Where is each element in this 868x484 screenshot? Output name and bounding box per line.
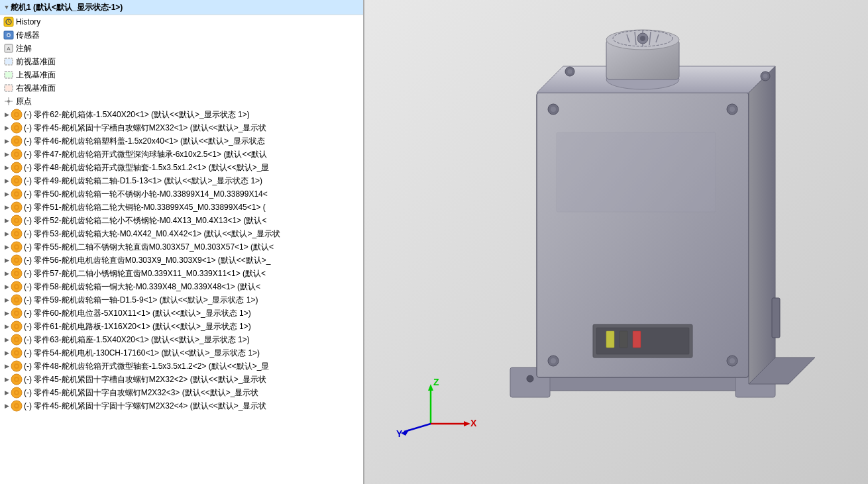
svg-point-20 (15, 113, 18, 116)
part-45-icon (11, 122, 23, 134)
part-46-icon (11, 135, 23, 147)
part-item-57[interactable]: ▶ (-) 零件57-舵机二轴小锈钢轮直齿M0.339X11_M0.339X11… (0, 267, 363, 280)
svg-point-107 (640, 36, 645, 41)
part-57-icon (11, 267, 23, 279)
part-item-49[interactable]: ▶ (-) 零件49-舵机齿轮箱二轴-D1.5-13<1> (默认<<默认>_显… (0, 174, 363, 187)
part-59-icon (11, 294, 23, 306)
annotation-label: 注解 (16, 42, 362, 54)
part-60-label: (-) 零件60-舵机电位器-5X10X11<1> (默认<<默认>_显示状态 … (24, 307, 362, 319)
top-plane-item[interactable]: 上视基准面 (0, 68, 363, 81)
part-60-icon (11, 307, 23, 319)
part-item-60[interactable]: ▶ (-) 零件60-舵机电位器-5X10X11<1> (默认<<默认>_显示状… (0, 307, 363, 320)
part-50-icon (11, 188, 23, 200)
svg-point-86 (15, 405, 18, 407)
expand-47-icon: ▶ (3, 148, 11, 160)
svg-rect-10 (5, 59, 12, 64)
svg-point-35 (15, 179, 18, 182)
origin-icon (3, 95, 15, 107)
part-item-58[interactable]: ▶ (-) 零件58-舵机齿轮箱一铜大轮-M0.339X48_M0.339X48… (0, 280, 363, 293)
svg-marker-95 (749, 66, 775, 384)
svg-text:X: X (470, 418, 477, 428)
origin-item[interactable]: 原点 (0, 95, 363, 108)
part-item-45d[interactable]: ▶ (-) 零件45-舵机紧固十字固十字螺钉M2X32<4> (默认<<默认>_… (0, 399, 363, 412)
svg-point-80 (15, 378, 18, 381)
assembly-name-label: 舵机1 (默认<默认_显示状态-1>) (11, 1, 360, 13)
part-item-45c[interactable]: ▶ (-) 零件45-舵机紧固十字自攻螺钉M2X32<3> (默认<<默认>_显… (0, 386, 363, 399)
part-61-icon (11, 320, 23, 332)
part-51-icon (11, 201, 23, 213)
part-45b-label: (-) 零件45-舵机紧固十字槽自攻螺钉M2X32<2> (默认<<默认>_显示… (24, 373, 362, 385)
part-63-label: (-) 零件63-舵机箱座-1.5X40X20<1> (默认<<默认>_显示状态… (24, 334, 362, 346)
svg-point-74 (15, 352, 18, 354)
svg-point-29 (15, 153, 18, 156)
top-plane-label: 上视基准面 (16, 69, 362, 81)
expand-56-icon: ▶ (3, 254, 11, 266)
sensor-icon (3, 29, 15, 41)
part-58-label: (-) 零件58-舵机齿轮箱一铜大轮-M0.339X48_M0.339X48<1… (24, 281, 362, 293)
part-45b-icon (11, 373, 23, 385)
history-item[interactable]: History (0, 15, 363, 28)
svg-point-38 (15, 193, 18, 195)
part-item-61[interactable]: ▶ (-) 零件61-舵机电路板-1X16X20<1> (默认<<默认>_显示状… (0, 320, 363, 333)
part-52-icon (11, 215, 23, 226)
right-plane-item[interactable]: 右视基准面 (0, 81, 363, 95)
part-item-46[interactable]: ▶ (-) 零件46-舵机齿轮箱塑料盖-1.5x20x40<1> (默认<<默认… (0, 134, 363, 148)
part-51-label: (-) 零件51-舵机齿轮箱二轮大铜轮-M0.33899X45_M0.33899… (24, 201, 362, 213)
annotation-item[interactable]: A 注解 (0, 42, 363, 55)
annotation-icon: A (3, 42, 15, 54)
part-item-47[interactable]: ▶ (-) 零件47-舵机齿轮箱开式微型深沟球轴承-6x10x2.5<1> (默… (0, 148, 363, 161)
part-53-icon (11, 228, 23, 240)
part-57-label: (-) 零件57-舵机二轴小锈钢轮直齿M0.339X11_M0.339X11<1… (24, 267, 362, 279)
part-48-label: (-) 零件48-舵机齿轮箱开式微型轴套-1.5x3.5x1.2<1> (默认<… (24, 162, 362, 173)
svg-point-77 (15, 365, 18, 367)
svg-point-125 (568, 70, 572, 74)
part-item-63[interactable]: ▶ (-) 零件63-舵机箱座-1.5X40X20<1> (默认<<默认>_显示… (0, 333, 363, 346)
svg-point-62 (15, 299, 18, 301)
origin-label: 原点 (16, 95, 362, 107)
viewport-background: X Y Z (364, 0, 868, 484)
part-item-62[interactable]: ▶ (-) 零件62-舵机箱体-1.5X40X20<1> (默认<<默认>_显示… (0, 108, 363, 121)
feature-tree-panel[interactable]: ▼ 舵机1 (默认<默认_显示状态-1>) History 传感器 (0, 0, 364, 484)
svg-point-41 (15, 206, 18, 209)
part-item-48[interactable]: ▶ (-) 零件48-舵机齿轮箱开式微型轴套-1.5x3.5x1.2<1> (默… (0, 161, 363, 174)
part-item-48b[interactable]: ▶ (-) 零件48-舵机齿轮箱开式微型轴套-1.5x3.5x1.2<2> (默… (0, 360, 363, 373)
part-item-53[interactable]: ▶ (-) 零件53-舵机齿轮箱大轮-M0.4X42_M0.4X42<1> (默… (0, 227, 363, 240)
part-58-icon (11, 281, 23, 293)
part-53-label: (-) 零件53-舵机齿轮箱大轮-M0.4X42_M0.4X42<1> (默认<… (24, 228, 362, 240)
top-plane-icon (3, 69, 15, 81)
part-item-51[interactable]: ▶ (-) 零件51-舵机齿轮箱二轮大铜轮-M0.33899X45_M0.338… (0, 201, 363, 214)
svg-point-83 (15, 391, 18, 394)
svg-rect-120 (633, 331, 641, 348)
part-item-54[interactable]: ▶ (-) 零件54-舵机电机-130CH-17160<1> (默认<<默认>_… (0, 346, 363, 360)
viewport-panel[interactable]: X Y Z (364, 0, 868, 484)
svg-point-17 (7, 100, 10, 103)
svg-rect-119 (620, 331, 627, 348)
part-item-52[interactable]: ▶ (-) 零件52-舵机齿轮箱二轮小不锈钢轮-M0.4X13_M0.4X13<… (0, 214, 363, 227)
part-47-label: (-) 零件47-舵机齿轮箱开式微型深沟球轴承-6x10x2.5<1> (默认<… (24, 148, 362, 160)
svg-point-44 (15, 219, 18, 222)
part-item-55[interactable]: ▶ (-) 零件55-舵机二轴不锈钢大轮直齿M0.303X57_M0.303X5… (0, 240, 363, 254)
svg-point-6 (8, 34, 10, 36)
part-item-59[interactable]: ▶ (-) 零件59-舵机齿轮箱一轴-D1.5-9<1> (默认<<默认>_显示… (0, 293, 363, 307)
svg-rect-14 (5, 85, 12, 91)
assembly-top-item[interactable]: ▼ 舵机1 (默认<默认_显示状态-1>) (0, 0, 363, 15)
part-45d-icon (11, 400, 23, 412)
svg-point-113 (551, 358, 556, 363)
expand-51-icon: ▶ (3, 201, 11, 213)
part-48-icon (11, 162, 23, 173)
svg-point-68 (15, 325, 18, 328)
svg-text:Y: Y (396, 428, 403, 439)
part-48b-label: (-) 零件48-舵机齿轮箱开式微型轴套-1.5x3.5x1.2<2> (默认<… (24, 360, 362, 372)
sensor-item[interactable]: 传感器 (0, 28, 363, 42)
expand-57-icon: ▶ (3, 267, 11, 279)
part-item-45b[interactable]: ▶ (-) 零件45-舵机紧固十字槽自攻螺钉M2X32<2> (默认<<默认>_… (0, 373, 363, 386)
part-item-45[interactable]: ▶ (-) 零件45-舵机紧固十字槽自攻螺钉M2X32<1> (默认<<默认>_… (0, 121, 363, 134)
part-item-50[interactable]: ▶ (-) 零件50-舵机齿轮箱一轮不锈钢小轮-M0.33899X14_M0.3… (0, 187, 363, 201)
part-62-label: (-) 零件62-舵机箱体-1.5X40X20<1> (默认<<默认>_显示状态… (24, 109, 362, 121)
part-item-56[interactable]: ▶ (-) 零件56-舵机电机齿轮直齿M0.303X9_M0.303X9<1> … (0, 254, 363, 267)
expand-45b-icon: ▶ (3, 373, 11, 385)
front-plane-item[interactable]: 前视基准面 (0, 55, 363, 68)
svg-point-111 (730, 107, 735, 112)
front-plane-icon (3, 56, 15, 68)
expand-59-icon: ▶ (3, 294, 11, 306)
